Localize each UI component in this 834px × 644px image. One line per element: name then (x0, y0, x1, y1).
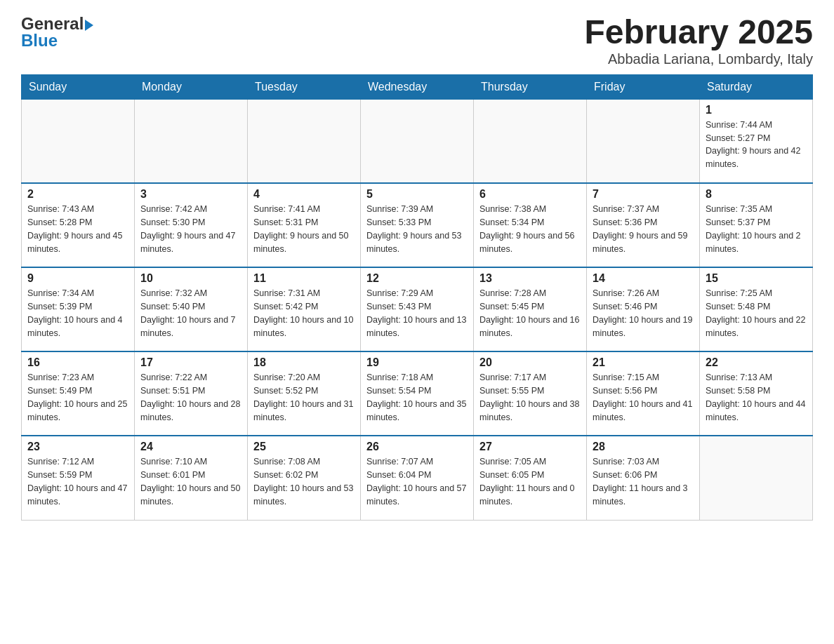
day-number: 10 (140, 272, 241, 285)
day-info: Sunrise: 7:44 AMSunset: 5:27 PMDaylight:… (706, 119, 807, 171)
day-number: 16 (27, 356, 128, 369)
day-number: 6 (479, 188, 581, 201)
day-number: 3 (140, 188, 241, 201)
table-row: 16Sunrise: 7:23 AMSunset: 5:49 PMDayligh… (22, 351, 135, 436)
day-number: 24 (140, 441, 241, 453)
calendar-subtitle: Abbadia Lariana, Lombardy, Italy (584, 51, 813, 67)
table-row: 7Sunrise: 7:37 AMSunset: 5:36 PMDaylight… (587, 183, 700, 267)
table-row (248, 99, 361, 183)
day-number: 11 (253, 272, 355, 285)
day-number: 12 (366, 272, 468, 285)
day-info: Sunrise: 7:37 AMSunset: 5:36 PMDaylight:… (593, 203, 694, 255)
day-info: Sunrise: 7:43 AMSunset: 5:28 PMDaylight:… (27, 203, 128, 255)
table-row: 6Sunrise: 7:38 AMSunset: 5:34 PMDaylight… (474, 183, 587, 267)
table-row: 10Sunrise: 7:32 AMSunset: 5:40 PMDayligh… (135, 267, 248, 351)
table-row: 25Sunrise: 7:08 AMSunset: 6:02 PMDayligh… (248, 436, 361, 520)
table-row: 21Sunrise: 7:15 AMSunset: 5:56 PMDayligh… (587, 351, 700, 436)
table-row: 20Sunrise: 7:17 AMSunset: 5:55 PMDayligh… (474, 351, 587, 436)
logo-triangle-icon (85, 20, 93, 31)
table-row: 27Sunrise: 7:05 AMSunset: 6:05 PMDayligh… (474, 436, 587, 520)
table-row (22, 99, 135, 183)
table-row: 17Sunrise: 7:22 AMSunset: 5:51 PMDayligh… (135, 351, 248, 436)
day-info: Sunrise: 7:42 AMSunset: 5:30 PMDaylight:… (140, 203, 241, 255)
day-number: 2 (27, 188, 128, 201)
table-row: 19Sunrise: 7:18 AMSunset: 5:54 PMDayligh… (361, 351, 474, 436)
table-row: 22Sunrise: 7:13 AMSunset: 5:58 PMDayligh… (700, 351, 813, 436)
table-row (700, 436, 813, 520)
logo: General Blue (21, 14, 93, 51)
calendar-title-block: February 2025 Abbadia Lariana, Lombardy,… (584, 14, 813, 67)
day-info: Sunrise: 7:10 AMSunset: 6:01 PMDaylight:… (140, 455, 241, 508)
day-number: 23 (27, 441, 128, 453)
calendar-week-row: 23Sunrise: 7:12 AMSunset: 5:59 PMDayligh… (22, 436, 813, 520)
day-info: Sunrise: 7:26 AMSunset: 5:46 PMDaylight:… (593, 287, 694, 340)
calendar-week-row: 16Sunrise: 7:23 AMSunset: 5:49 PMDayligh… (22, 351, 813, 436)
table-row (135, 99, 248, 183)
day-number: 20 (479, 356, 581, 369)
day-info: Sunrise: 7:38 AMSunset: 5:34 PMDaylight:… (479, 203, 581, 255)
day-number: 7 (593, 188, 694, 201)
day-info: Sunrise: 7:18 AMSunset: 5:54 PMDaylight:… (366, 371, 468, 424)
calendar-header-row: Sunday Monday Tuesday Wednesday Thursday… (22, 74, 813, 99)
header-thursday: Thursday (474, 74, 587, 99)
day-number: 8 (706, 188, 807, 201)
header-sunday: Sunday (22, 74, 135, 99)
day-number: 4 (253, 188, 355, 201)
day-info: Sunrise: 7:17 AMSunset: 5:55 PMDaylight:… (479, 371, 581, 424)
page-header: General Blue February 2025 Abbadia Laria… (21, 14, 813, 67)
day-info: Sunrise: 7:31 AMSunset: 5:42 PMDaylight:… (253, 287, 355, 340)
day-info: Sunrise: 7:28 AMSunset: 5:45 PMDaylight:… (479, 287, 581, 340)
calendar-week-row: 2Sunrise: 7:43 AMSunset: 5:28 PMDaylight… (22, 183, 813, 267)
day-info: Sunrise: 7:05 AMSunset: 6:05 PMDaylight:… (479, 455, 581, 508)
table-row (474, 99, 587, 183)
day-info: Sunrise: 7:08 AMSunset: 6:02 PMDaylight:… (253, 455, 355, 508)
table-row: 14Sunrise: 7:26 AMSunset: 5:46 PMDayligh… (587, 267, 700, 351)
day-number: 5 (366, 188, 468, 201)
day-number: 27 (479, 441, 581, 453)
day-info: Sunrise: 7:22 AMSunset: 5:51 PMDaylight:… (140, 371, 241, 424)
table-row: 3Sunrise: 7:42 AMSunset: 5:30 PMDaylight… (135, 183, 248, 267)
day-info: Sunrise: 7:15 AMSunset: 5:56 PMDaylight:… (593, 371, 694, 424)
day-info: Sunrise: 7:03 AMSunset: 6:06 PMDaylight:… (593, 455, 694, 508)
table-row: 2Sunrise: 7:43 AMSunset: 5:28 PMDaylight… (22, 183, 135, 267)
day-number: 19 (366, 356, 468, 369)
table-row (587, 99, 700, 183)
calendar-week-row: 1Sunrise: 7:44 AMSunset: 5:27 PMDaylight… (22, 99, 813, 183)
table-row: 5Sunrise: 7:39 AMSunset: 5:33 PMDaylight… (361, 183, 474, 267)
header-saturday: Saturday (700, 74, 813, 99)
table-row: 12Sunrise: 7:29 AMSunset: 5:43 PMDayligh… (361, 267, 474, 351)
day-info: Sunrise: 7:07 AMSunset: 6:04 PMDaylight:… (366, 455, 468, 508)
day-info: Sunrise: 7:35 AMSunset: 5:37 PMDaylight:… (706, 203, 807, 255)
day-number: 25 (253, 441, 355, 453)
table-row: 26Sunrise: 7:07 AMSunset: 6:04 PMDayligh… (361, 436, 474, 520)
day-info: Sunrise: 7:13 AMSunset: 5:58 PMDaylight:… (706, 371, 807, 424)
day-number: 1 (706, 104, 807, 116)
calendar-week-row: 9Sunrise: 7:34 AMSunset: 5:39 PMDaylight… (22, 267, 813, 351)
table-row: 28Sunrise: 7:03 AMSunset: 6:06 PMDayligh… (587, 436, 700, 520)
day-number: 18 (253, 356, 355, 369)
day-number: 28 (593, 441, 694, 453)
header-monday: Monday (135, 74, 248, 99)
table-row: 11Sunrise: 7:31 AMSunset: 5:42 PMDayligh… (248, 267, 361, 351)
day-number: 26 (366, 441, 468, 453)
day-number: 22 (706, 356, 807, 369)
day-number: 13 (479, 272, 581, 285)
table-row: 8Sunrise: 7:35 AMSunset: 5:37 PMDaylight… (700, 183, 813, 267)
table-row (361, 99, 474, 183)
day-number: 21 (593, 356, 694, 369)
day-info: Sunrise: 7:20 AMSunset: 5:52 PMDaylight:… (253, 371, 355, 424)
day-info: Sunrise: 7:34 AMSunset: 5:39 PMDaylight:… (27, 287, 128, 340)
table-row: 15Sunrise: 7:25 AMSunset: 5:48 PMDayligh… (700, 267, 813, 351)
header-tuesday: Tuesday (248, 74, 361, 99)
header-wednesday: Wednesday (361, 74, 474, 99)
table-row: 1Sunrise: 7:44 AMSunset: 5:27 PMDaylight… (700, 99, 813, 183)
calendar-table: Sunday Monday Tuesday Wednesday Thursday… (21, 74, 813, 521)
day-number: 17 (140, 356, 241, 369)
header-friday: Friday (587, 74, 700, 99)
table-row: 23Sunrise: 7:12 AMSunset: 5:59 PMDayligh… (22, 436, 135, 520)
day-info: Sunrise: 7:39 AMSunset: 5:33 PMDaylight:… (366, 203, 468, 255)
day-info: Sunrise: 7:12 AMSunset: 5:59 PMDaylight:… (27, 455, 128, 508)
day-number: 14 (593, 272, 694, 285)
logo-blue-text: Blue (21, 31, 58, 51)
day-number: 9 (27, 272, 128, 285)
